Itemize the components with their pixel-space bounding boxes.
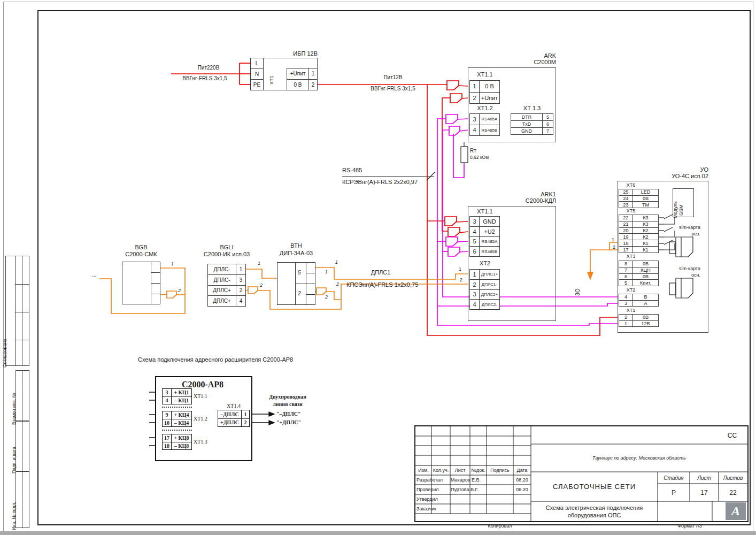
tb-role-checked: Проверил — [416, 485, 450, 494]
replaced-inv-cell: Взамен инв. № — [16, 370, 29, 422]
smk-block — [122, 262, 160, 304]
ar8-xt13-label: ХТ1.3 — [194, 439, 207, 445]
ar8-dots-1 — [162, 407, 192, 408]
ar8-xt12-label: ХТ1.2 — [194, 416, 207, 422]
ar8-line-label2: линия связи — [273, 401, 303, 407]
uo-xt1-table: 20В 112В — [619, 314, 659, 327]
uo-xt3-table: 80В 7КЦН 60В 5Кпит. — [619, 261, 659, 286]
company-logo-letter: А — [731, 504, 740, 518]
kdl-xt11-header: ХТ1.1 — [477, 208, 492, 215]
psu-mains-terminals: L N PE — [250, 58, 264, 90]
dip-wire2a-num: 2 — [336, 281, 339, 287]
ark-ref: ARK — [544, 52, 556, 59]
ar8-caption: Схема подключения адресного расширителя … — [138, 356, 293, 363]
ar8-xt11-label: ХТ1.1 — [194, 393, 207, 399]
tb-sheet-title-line2: оборудования ОПС — [531, 511, 658, 519]
agreed-label: Согласовано — [2, 339, 7, 368]
tb-col-list: Лист — [450, 465, 470, 475]
kdl-xt2-header: ХТ2 — [480, 260, 490, 266]
tb-sheet-value: 17 — [690, 484, 719, 501]
uo-wire1-num: 1 — [612, 237, 614, 242]
ik-wire1-num: 1 — [258, 261, 260, 266]
ik-model: С2000-ИК исп.03 — [204, 251, 250, 257]
smk-ref: BGB — [135, 244, 147, 250]
dpls-wire-cable: КПСЭнг(А)-FRLS 1х2х0,75 — [346, 281, 418, 288]
dip-wire1b-num: 1 — [325, 269, 328, 274]
tb-stage-header: Стадия — [658, 472, 690, 484]
agreed-table: Согласовано — [5, 256, 29, 366]
tb-col-koluch: Кол.уч. — [431, 465, 450, 475]
smk-wire1-num: 1 — [171, 261, 174, 266]
uo-ref: УО — [700, 166, 708, 173]
uo-wire2-num: 2 — [613, 244, 615, 250]
rs485-cable: КСРЭВнг(А)-FRLS 2х2х0,97 — [342, 179, 418, 185]
ar8-group2: 9+ КЦ4 10– КЦ4 — [162, 411, 192, 427]
ik-wire2-num: 2 — [260, 282, 263, 288]
ar8-group3: 17+ КЦ8 18– КЦ8 — [162, 434, 192, 450]
dip-contact-2: 2 — [298, 291, 301, 296]
psu-out-terminals: +Uпит1 0 В2 — [287, 68, 318, 90]
tb-name-checked: Пуртова В.Г. — [451, 485, 487, 494]
zo-label: ЗО — [575, 288, 581, 296]
ark-xt13-table: DTR5 TxD6 GND7 — [511, 113, 553, 135]
zo-arrowhead — [587, 272, 593, 280]
bottom-edge — [0, 531, 756, 535]
12v-wire-name: Пит12В — [383, 74, 402, 80]
tb-doc-title: СЛАБОТОЧНЫЕ СЕТИ — [531, 472, 658, 501]
ark-xt11-table: 10 В 2+Uпит — [469, 80, 500, 104]
dip-wire1a-num: 1 — [335, 259, 338, 265]
ar8-xt14-header: ХТ1.4 — [227, 403, 241, 409]
uo-model: УО-4С исп.02 — [672, 173, 708, 179]
dpls-wire-name: ДПЛС1 — [371, 269, 391, 276]
inventory-cell: Инв. № подл. — [16, 471, 29, 528]
tb-date-checked: 08.20 — [513, 485, 531, 494]
ar8-group1: 3+ КЦ1 4– КЦ1 — [162, 388, 192, 404]
copied-label: Копировал — [488, 523, 512, 529]
uo-xt6-table: 25LED 240В 23ТМ — [619, 189, 659, 208]
kdl-ref: ARK1 — [541, 191, 556, 197]
tb-col-izm: Изм. — [415, 465, 431, 475]
dip-model: ДИП-34А-03 — [280, 250, 313, 256]
uo-xt1-header: ХТ1 — [627, 308, 636, 313]
psu-terminal-PE: PE — [251, 80, 263, 90]
tb-date-developed: 08.20 — [513, 475, 531, 485]
rt-resistor-symbol — [461, 147, 468, 163]
ark-xt12-header: ХТ1.2 — [477, 105, 492, 111]
rt-value: 0,62 кОм — [470, 155, 489, 160]
sign-date-cell: Подп. и дата — [16, 421, 29, 472]
uo-gsm-label2: GSM — [678, 204, 684, 216]
ark-xt12-table: 3RS485A 4RS485B — [469, 113, 500, 136]
company-logo: А — [726, 502, 746, 520]
uo-xt5-header: ХТ5 — [627, 208, 636, 213]
smk-wire2-num: 2 — [178, 288, 181, 293]
psu-terminal-L: L — [251, 58, 263, 68]
ark-xt13-header: ХТ 1.3 — [523, 105, 541, 111]
kdl-wire1-num: 1 — [459, 266, 461, 272]
format-label: Формат А3 — [677, 523, 701, 529]
ark-model: С2000М — [534, 59, 556, 65]
psu-xt-label: ХТ1 — [269, 75, 274, 85]
inventory-label: Инв. № подл. — [11, 502, 17, 530]
uo-xt6-header: ХТ6 — [627, 182, 636, 188]
uo-xt3-header: ХТ3 — [627, 254, 636, 259]
tb-sheet-header: Лист — [690, 472, 719, 484]
tb-role-approved: Утвердил — [416, 494, 450, 504]
tb-name-developed: Макаров Е.В. — [451, 475, 487, 485]
tb-sheets-header: Листов — [719, 472, 747, 484]
tb-sheets-value: 22 — [719, 484, 747, 501]
sign-date-label: Подп. и дата — [11, 447, 17, 473]
uo-xt2-table: 4В 3А — [619, 294, 659, 307]
dip-wire2b-num: 2 — [325, 294, 328, 300]
psu-pin-upit: +Uпит — [287, 68, 308, 79]
psu-pin-0v: 0 В — [287, 80, 308, 90]
kdl-xt2-table: 1ДПЛС1+ 2ДПЛС1- 3ДПЛС2+ 4ДПЛС2- — [469, 269, 500, 310]
uo-xt2-header: ХТ2 — [627, 287, 636, 293]
uo-gsm-label1: Модуль — [673, 201, 678, 218]
ik-ref: BGLI — [220, 244, 233, 250]
tb-object-name: Таунхаус по адресу: Московская область — [531, 444, 747, 472]
title-block: Изм. Кол.уч. Лист №док. Подпись Дата Раз… — [414, 425, 749, 522]
tb-col-data: Дата — [513, 465, 531, 475]
loop-continues-ellipsis: ... — [92, 272, 96, 278]
ar8-line-label1: Двухпроводная — [269, 394, 306, 400]
uo-sim1-suffix: рез. — [692, 231, 700, 236]
